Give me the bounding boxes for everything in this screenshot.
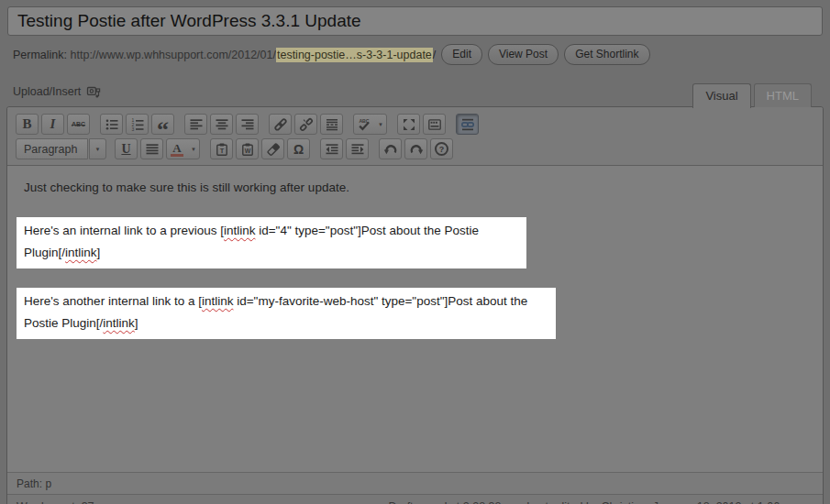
toolbar-button-more-tag[interactable] [320, 114, 343, 135]
path-label: Path: [17, 477, 42, 490]
kitchen-sink-icon [427, 117, 442, 132]
word-count-label: Word count: [17, 500, 78, 504]
internal-link-icon [460, 117, 475, 132]
undo-icon [383, 142, 398, 157]
view-post-button[interactable]: View Post [488, 44, 559, 65]
text-color-icon: A [170, 142, 184, 157]
toolbar-button-remove-format[interactable] [261, 138, 284, 159]
bold-icon: B [20, 117, 35, 132]
toolbar-button-italic[interactable]: I [41, 114, 64, 135]
toolbar-button-paste-text[interactable]: T [210, 138, 233, 159]
align-center-icon [215, 117, 229, 132]
title-section [0, 0, 830, 36]
editor-paragraph[interactable]: Just checking to make sure this is still… [17, 177, 813, 199]
permalink-slug[interactable]: testing-postie…s-3-3-1-update [276, 48, 433, 62]
permalink-row: Permalink: http://www.wp.whhsupport.com/… [13, 44, 823, 65]
chevron-down-icon: ▼ [378, 122, 383, 127]
post-edit-screen: Permalink: http://www.wp.whhsupport.com/… [0, 0, 830, 504]
paragraph-format-select[interactable]: Paragraph ▼ [16, 138, 106, 159]
autosave-status: Draft saved at 2:28:38 pm. Last edited b… [389, 500, 800, 504]
toolbar-button-justify[interactable] [140, 138, 163, 159]
paste-word-icon: W [240, 142, 255, 157]
chevron-down-icon[interactable]: ▼ [89, 138, 106, 159]
svg-text:3: 3 [131, 126, 134, 132]
numbered-list-icon: 123 [130, 117, 145, 132]
toolbar-button-bold[interactable]: B [16, 114, 39, 135]
word-count-value: 37 [82, 500, 94, 504]
chevron-down-icon: ▼ [191, 147, 196, 152]
underline-icon: U [119, 142, 134, 157]
toolbar-button-unlink[interactable] [294, 114, 317, 135]
paragraph-text: Here's another internal link to a [ [24, 294, 202, 308]
more-tag-icon [325, 117, 339, 132]
post-title-input[interactable] [7, 6, 823, 36]
fullscreen-icon [402, 117, 416, 132]
paragraph-format-label: Paragraph [16, 138, 88, 159]
path-bar: Path: p [7, 472, 823, 494]
paragraph-text: Here's an internal link to a previous [ [24, 224, 224, 237]
edit-permalink-button[interactable]: Edit [441, 44, 482, 65]
toolbar-button-numbered-list[interactable]: 123 [126, 114, 149, 135]
get-shortlink-button[interactable]: Get Shortlink [564, 44, 649, 65]
tab-html[interactable]: HTML [754, 83, 812, 107]
link-icon [273, 117, 288, 132]
misspelled-word: intlink [103, 316, 135, 330]
editor-container: Visual HTML BIABC123“ABC▼ Paragraph ▼ UA… [6, 106, 824, 504]
toolbar-button-spellcheck[interactable]: ABC▼ [353, 114, 387, 135]
indent-icon [350, 142, 365, 157]
misspelled-word: intlink [224, 224, 256, 237]
toolbar-button-kitchen-sink[interactable] [423, 114, 446, 135]
paragraph-text: Just checking to make sure this is still… [24, 181, 349, 194]
toolbar-button-text-color[interactable]: A▼ [166, 138, 200, 159]
permalink-slash: / [433, 49, 436, 61]
toolbar-button-blockquote[interactable]: “ [151, 114, 174, 135]
toolbar-row-1: BIABC123“ABC▼ [16, 112, 814, 137]
toolbar-button-undo[interactable] [379, 138, 402, 159]
editor-toolbar: BIABC123“ABC▼ Paragraph ▼ UA▼TWΩ? [7, 107, 823, 166]
editor-paragraph-highlighted[interactable]: Here's another internal link to a [intli… [17, 288, 556, 339]
toolbar-button-fullscreen[interactable] [397, 114, 420, 135]
toolbar-button-strikethrough[interactable]: ABC [67, 114, 90, 135]
toolbar-button-indent[interactable] [346, 138, 369, 159]
status-bar: Word count: 37 Draft saved at 2:28:38 pm… [7, 494, 823, 504]
toolbar-button-redo[interactable] [404, 138, 427, 159]
spellcheck-icon: ABC [357, 117, 371, 132]
toolbar-button-bullet-list[interactable] [100, 114, 123, 135]
tab-visual[interactable]: Visual [692, 83, 750, 108]
editor-paragraph-highlighted[interactable]: Here's an internal link to a previous [i… [17, 217, 526, 268]
add-media-icon[interactable] [86, 84, 101, 99]
toolbar-button-help[interactable]: ? [430, 138, 453, 159]
toolbar-button-special-char[interactable]: Ω [287, 138, 310, 159]
help-icon: ? [435, 142, 449, 157]
align-left-icon [189, 117, 204, 132]
upload-insert-label: Upload/Insert [13, 85, 81, 98]
outdent-icon [325, 142, 339, 157]
unlink-icon [299, 117, 314, 132]
paragraph-text: ] [97, 246, 101, 259]
misspelled-word: intlink [65, 246, 97, 259]
editor-content[interactable]: Just checking to make sure this is still… [7, 166, 823, 472]
toolbar-button-internal-link[interactable] [456, 114, 479, 135]
remove-format-icon [266, 142, 281, 157]
paste-text-icon: T [215, 142, 229, 157]
justify-icon [145, 142, 160, 157]
permalink-label: Permalink: [13, 49, 67, 61]
editor-mode-tabs: Visual HTML [692, 83, 812, 108]
toolbar-button-paste-word[interactable]: W [236, 138, 259, 159]
toolbar-row-2: Paragraph ▼ UA▼TWΩ? [16, 137, 814, 161]
permalink-url: http://www.wp.whhsupport.com/2012/01/ [71, 49, 276, 61]
toolbar-button-link[interactable] [269, 114, 292, 135]
special-char-icon: Ω [292, 142, 306, 157]
toolbar-button-align-left[interactable] [184, 114, 207, 135]
toolbar-button-align-right[interactable] [236, 114, 259, 135]
misspelled-word: intlink [202, 294, 234, 308]
path-value: p [45, 477, 51, 490]
word-count: Word count: 37 [17, 500, 94, 504]
toolbar-button-align-center[interactable] [210, 114, 233, 135]
strikethrough-icon: ABC [72, 117, 86, 132]
redo-icon [409, 142, 424, 157]
toolbar-button-outdent[interactable] [320, 138, 343, 159]
align-right-icon [240, 117, 255, 132]
svg-text:W: W [244, 148, 250, 154]
toolbar-button-underline[interactable]: U [115, 138, 138, 159]
